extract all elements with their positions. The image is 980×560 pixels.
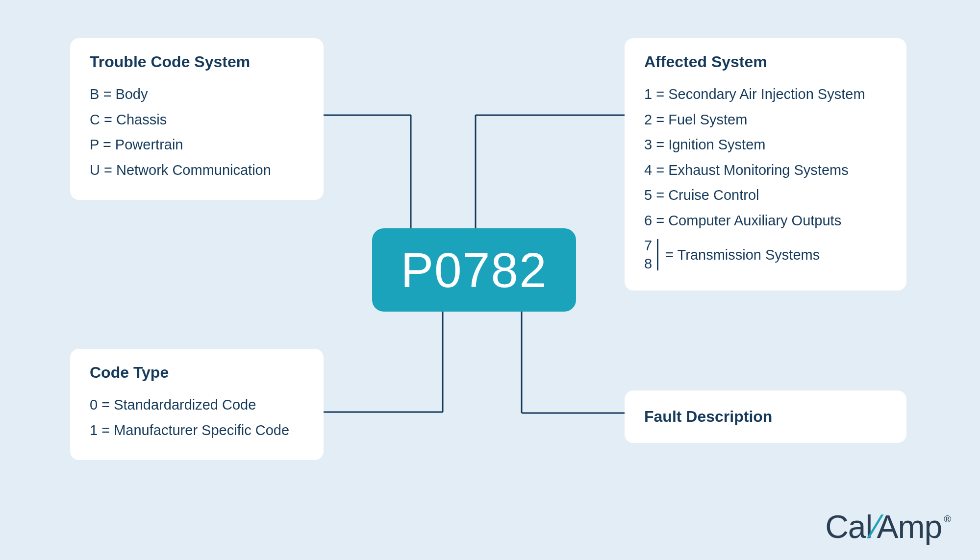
- list-item: 6 = Computer Auxiliary Outputs: [644, 208, 887, 234]
- calamp-logo: Cal / Amp ®: [825, 508, 951, 545]
- card-title: Fault Description: [644, 408, 887, 426]
- stacked-divider: [657, 239, 658, 270]
- stacked-num: 8: [644, 255, 652, 273]
- card-code-type: Code Type 0 = Standardardized Code 1 = M…: [70, 349, 324, 460]
- stacked-numbers: 7 8: [644, 237, 652, 273]
- card-list: 1 = Secondary Air Injection System 2 = F…: [644, 82, 887, 234]
- list-item: 4 = Exhaust Monitoring Systems: [644, 158, 887, 183]
- stacked-list-item: 7 8 = Transmission Systems: [644, 237, 887, 273]
- list-item: P = Powertrain: [90, 132, 304, 158]
- logo-part1: Cal: [825, 508, 872, 545]
- list-item: B = Body: [90, 82, 304, 107]
- list-item: U = Network Communication: [90, 158, 304, 183]
- list-item: 3 = Ignition System: [644, 132, 887, 158]
- card-trouble-code-system: Trouble Code System B = Body C = Chassis…: [70, 38, 324, 200]
- list-item: 5 = Cruise Control: [644, 183, 887, 208]
- list-item: 2 = Fuel System: [644, 107, 887, 133]
- card-affected-system: Affected System 1 = Secondary Air Inject…: [625, 38, 906, 291]
- stacked-num: 7: [644, 237, 652, 255]
- card-title: Trouble Code System: [90, 53, 304, 71]
- card-list: 0 = Standardardized Code 1 = Manufacture…: [90, 392, 304, 443]
- list-item: 1 = Manufacturer Specific Code: [90, 418, 304, 443]
- card-title: Affected System: [644, 53, 887, 71]
- card-fault-description: Fault Description: [625, 390, 906, 443]
- center-code-badge: P0782: [372, 228, 576, 312]
- logo-registered: ®: [944, 513, 951, 525]
- list-item: 1 = Secondary Air Injection System: [644, 82, 887, 107]
- card-list: B = Body C = Chassis P = Powertrain U = …: [90, 82, 304, 183]
- stacked-label: = Transmission Systems: [665, 246, 820, 264]
- logo-part2: Amp: [877, 508, 942, 545]
- list-item: 0 = Standardardized Code: [90, 392, 304, 418]
- card-title: Code Type: [90, 364, 304, 382]
- list-item: C = Chassis: [90, 107, 304, 133]
